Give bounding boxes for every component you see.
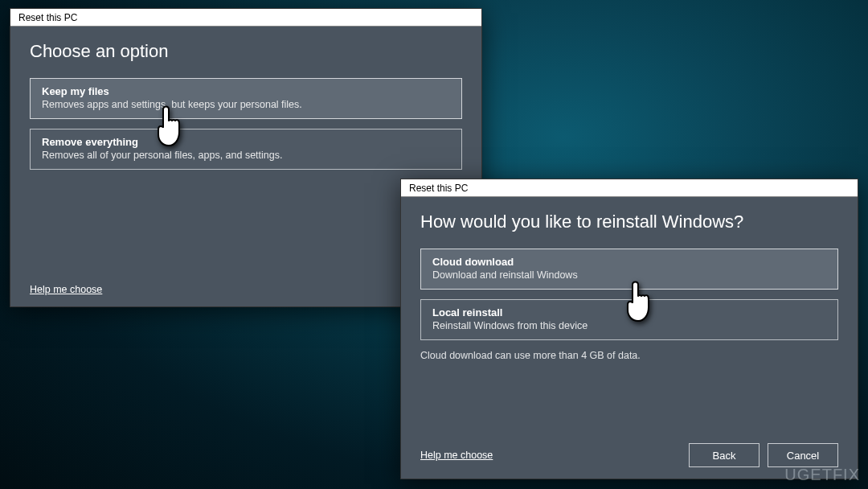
option-desc: Removes all of your personal files, apps… bbox=[42, 150, 450, 161]
reset-pc-dialog-reinstall: Reset this PC How would you like to rein… bbox=[400, 179, 858, 479]
option-local-reinstall[interactable]: Local reinstall Reinstall Windows from t… bbox=[420, 299, 838, 340]
dialog-footer: Help me choose bbox=[30, 284, 462, 295]
option-desc: Removes apps and settings, but keeps you… bbox=[42, 99, 450, 110]
option-title: Cloud download bbox=[432, 256, 826, 268]
option-desc: Reinstall Windows from this device bbox=[432, 320, 826, 331]
page-heading: How would you like to reinstall Windows? bbox=[420, 212, 838, 232]
help-me-choose-link[interactable]: Help me choose bbox=[420, 450, 493, 461]
window-title: Reset this PC bbox=[18, 12, 77, 23]
option-remove-everything[interactable]: Remove everything Removes all of your pe… bbox=[30, 129, 462, 170]
option-desc: Download and reinstall Windows bbox=[432, 269, 826, 281]
dialog-footer: Help me choose Back Cancel bbox=[420, 443, 838, 467]
button-row: Back Cancel bbox=[689, 443, 838, 467]
option-keep-my-files[interactable]: Keep my files Removes apps and settings,… bbox=[30, 78, 462, 119]
info-note: Cloud download can use more than 4 GB of… bbox=[420, 350, 838, 361]
watermark: UGETFIX bbox=[784, 466, 860, 484]
option-title: Remove everything bbox=[42, 136, 450, 148]
help-me-choose-link[interactable]: Help me choose bbox=[30, 284, 102, 295]
window-title: Reset this PC bbox=[409, 183, 468, 194]
option-title: Keep my files bbox=[42, 85, 450, 97]
option-title: Local reinstall bbox=[432, 306, 826, 318]
option-cloud-download[interactable]: Cloud download Download and reinstall Wi… bbox=[420, 249, 838, 290]
titlebar: Reset this PC bbox=[10, 9, 481, 27]
back-button[interactable]: Back bbox=[689, 443, 760, 467]
titlebar: Reset this PC bbox=[401, 179, 858, 197]
cancel-button[interactable]: Cancel bbox=[768, 443, 838, 467]
page-heading: Choose an option bbox=[30, 41, 462, 62]
dialog-body: How would you like to reinstall Windows?… bbox=[401, 197, 858, 479]
